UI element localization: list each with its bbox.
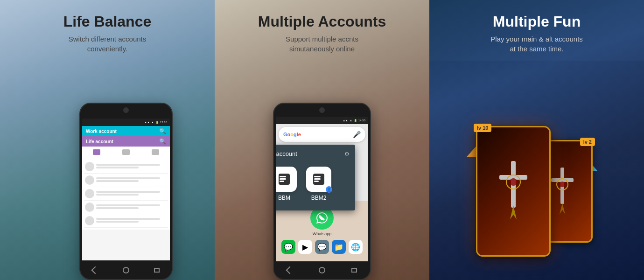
level-badge-2: lv 2 (580, 138, 595, 146)
nav2-back-button[interactable] (286, 266, 294, 274)
tab-contacts-icon[interactable] (122, 149, 130, 155)
phone1-wifi-icon: ▲ (151, 121, 154, 124)
phone1-work-account-bar: Work account 🔍 (82, 126, 170, 136)
chat-line (96, 180, 139, 182)
svg-rect-5 (314, 176, 321, 177)
chat-line (96, 167, 139, 168)
panel1-title: Life Balance (63, 13, 152, 30)
chat-line (96, 207, 139, 209)
nav2-recent-button[interactable] (351, 268, 357, 273)
chat-avatar-1 (85, 162, 94, 171)
phone1-life-account-bar: Life account 🔍 (82, 136, 170, 147)
chat-line (96, 204, 160, 206)
google-search-bar[interactable]: Google 🎤 (279, 127, 365, 142)
game-card-large: lv 10 (476, 126, 551, 257)
phone-2-device: ▲▲ ▲ 🔋 14:55 Google 🎤 14:55 M (273, 103, 371, 280)
phone1-time: 12:30 (160, 121, 167, 124)
chrome-icon: 🌐 (349, 240, 363, 254)
nav-home-button[interactable] (123, 267, 129, 273)
panel-multiple-accounts: Multiple Accounts Support multiple accnt… (215, 0, 429, 280)
svg-point-19 (560, 182, 565, 187)
svg-marker-12 (510, 205, 517, 219)
popup-apps-container: BBM 👤 (276, 163, 350, 205)
panel1-subtitle: Switch different accountsconveniently. (69, 34, 146, 54)
chat-lines-3 (96, 191, 167, 196)
phone2-signal-icon: ▲▲ (343, 119, 348, 122)
phone2-wifi-icon: ▲ (350, 119, 352, 122)
play-store-icon: ▶ (298, 240, 312, 254)
phone2-time: 14:55 (358, 119, 365, 122)
svg-marker-17 (560, 203, 565, 214)
chat-line (96, 221, 139, 223)
phone1-search2-icon[interactable]: 🔍 (159, 138, 166, 145)
chat-item-4 (84, 201, 168, 214)
phone-mockup-2: ▲▲ ▲ 🔋 14:55 Google 🎤 14:55 M (273, 103, 371, 280)
bbm2-label: BBM2 (311, 195, 327, 201)
phone2-camera (319, 107, 325, 113)
popup-settings-icon[interactable]: ⚙ (344, 151, 350, 157)
panel3-title: Multiple Fun (493, 13, 581, 30)
panel2-subtitle: Support multiple accntssimutaneously onl… (286, 34, 358, 54)
life-account-label: Life account (86, 139, 159, 144)
chat-line (96, 164, 160, 166)
chat-line (96, 191, 160, 193)
svg-rect-3 (280, 181, 284, 182)
bbm-app-item[interactable]: BBM (276, 167, 297, 201)
phone1-statusbar: ▲▲ ▲ 🔋 12:30 (82, 119, 170, 126)
nav2-home-button[interactable] (319, 267, 325, 273)
phone2-battery-icon: 🔋 (354, 119, 357, 122)
phone1-camera (123, 107, 129, 113)
chat-item-2 (84, 174, 168, 187)
phone1-battery-icon: 🔋 (155, 121, 159, 124)
phone1-tabs (82, 147, 170, 158)
svg-point-14 (510, 178, 517, 186)
tab-more-icon[interactable] (152, 149, 159, 155)
sms-icon: 💬 (315, 240, 329, 254)
bbm2-icon: 👤 (306, 167, 331, 192)
chat-line (96, 177, 160, 179)
tab-chat-icon[interactable] (93, 149, 100, 155)
chat-avatar-2 (85, 175, 94, 185)
svg-rect-6 (314, 178, 321, 180)
panel2-title: Multiple Accounts (258, 13, 386, 30)
panel-multiple-fun: Multiple Fun Play your main & alt accoun… (429, 0, 644, 280)
panel3-subtitle: Play your main & alt accountsat the same… (490, 34, 583, 54)
bbm-icon (276, 167, 297, 192)
phone-mockup-1: ▲▲ ▲ 🔋 12:30 Work account 🔍 Life account… (79, 103, 173, 280)
chat-avatar-3 (85, 189, 94, 198)
svg-rect-7 (314, 181, 319, 182)
whatsapp-label: Whatsapp (313, 231, 332, 236)
chat-line (96, 218, 160, 220)
chat-lines-5 (96, 218, 167, 224)
phone1-screen: ▲▲ ▲ 🔋 12:30 Work account 🔍 Life account… (82, 119, 170, 260)
bbm2-badge: 👤 (326, 186, 332, 193)
nav-back-button[interactable] (91, 266, 99, 274)
phone1-chat-list (82, 158, 170, 230)
chat-lines-2 (96, 177, 167, 183)
chat-lines-1 (96, 164, 167, 169)
chat-avatar-4 (85, 203, 94, 212)
phone1-navbar (80, 261, 172, 279)
chat-item-1 (84, 160, 168, 174)
multiple-account-popup: Multiple account ⚙ (276, 145, 355, 210)
microphone-icon[interactable]: 🎤 (353, 131, 361, 138)
game-content-wrapper: lv 10 (429, 56, 644, 280)
phone1-search-icon[interactable]: 🔍 (159, 128, 166, 134)
files-icon: 📁 (332, 240, 346, 254)
bottom-apps-row: 💬 ▶ 💬 📁 🌐 (281, 240, 363, 254)
nav-recent-button[interactable] (154, 268, 160, 273)
phone2-statusbar: ▲▲ ▲ 🔋 14:55 (276, 117, 368, 124)
chat-line (96, 194, 139, 196)
chat-item-5 (84, 214, 168, 228)
work-account-label: Work account (86, 129, 159, 134)
svg-rect-1 (280, 176, 286, 177)
bbm2-app-item[interactable]: 👤 BBM2 (306, 167, 331, 201)
chat-lines-4 (96, 204, 167, 210)
bbm-label: BBM (278, 195, 290, 201)
phone2-navbar (274, 261, 370, 279)
google-logo: Google (283, 132, 301, 137)
chat-avatar-5 (85, 216, 94, 225)
popup-title: Multiple account (276, 150, 297, 157)
popup-header: Multiple account ⚙ (276, 150, 350, 157)
phone-1-device: ▲▲ ▲ 🔋 12:30 Work account 🔍 Life account… (79, 103, 173, 280)
